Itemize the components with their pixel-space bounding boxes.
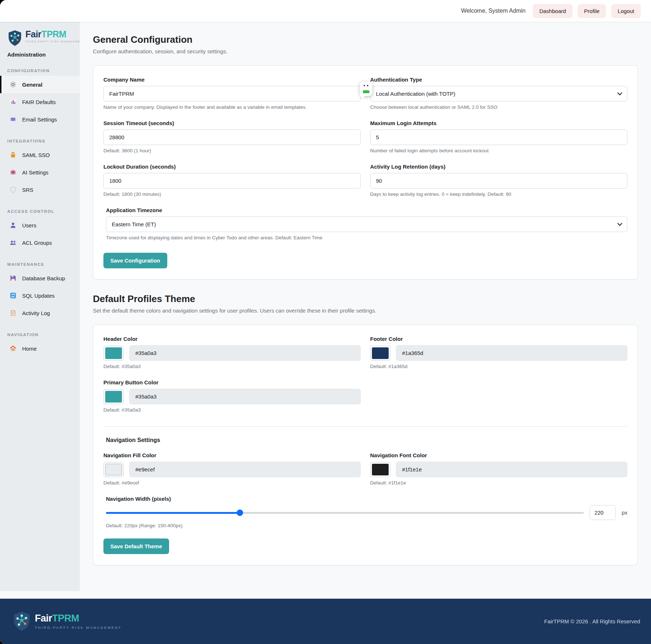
nav-fill-color-input[interactable] (129, 462, 361, 477)
sidebar-item-label: Users (22, 222, 36, 228)
sidebar-item-acl-groups[interactable]: ACL Groups (0, 234, 80, 251)
sidebar-item-activity-log[interactable]: Activity Log (0, 304, 80, 322)
save-config-row: Save Configuration (103, 251, 627, 268)
shield-outline-icon (9, 186, 17, 193)
save-default-theme-button[interactable]: Save Default Theme (103, 538, 169, 554)
sidebar-item-label: Home (22, 346, 37, 352)
sidebar-item-fair-defaults[interactable]: FAIR Defaults (0, 93, 80, 111)
field-help: Choose between local authentication or S… (370, 104, 627, 110)
field-help: Default: 1800 (30 minutes) (103, 191, 361, 197)
footer-color-input[interactable] (396, 345, 627, 361)
brand-shield-icon (7, 30, 22, 46)
timezone-select[interactable]: Eastern Time (ET) (106, 216, 627, 232)
section-label-navigation: NAVIGATION (0, 322, 80, 340)
sidebar-item-label: AI Settings (22, 169, 49, 176)
assistant-widget-icon[interactable] (360, 82, 372, 96)
brand-tagline: THIRD-PARTY RISK MANAGEMENT (25, 40, 85, 43)
field-auth-type: Authentication Type Local Authentication… (370, 77, 627, 110)
sidebar-item-label: SRS (22, 187, 33, 193)
logout-button[interactable]: Logout (611, 4, 641, 18)
field-label: Company Name (103, 77, 361, 83)
field-header-color: Header Color Default: #35a0a3 (103, 336, 361, 369)
nav-fill-color-swatch[interactable] (103, 462, 124, 477)
nav-font-color-swatch[interactable] (370, 462, 390, 477)
field-help: Default: #1f1e1e (370, 480, 627, 486)
field-lockout-duration: Lockout Duration (seconds) Default: 1800… (103, 164, 361, 197)
field-help: Days to keep activity log entries. 0 = k… (370, 191, 627, 197)
welcome-text: Welcome, System Admin (461, 8, 526, 14)
auth-type-select[interactable]: Local Authentication (with TOTP) (370, 86, 627, 102)
user-icon (9, 222, 17, 229)
sidebar-item-label: Email Settings (22, 116, 57, 123)
theme-subtitle: Set the default theme colors and navigat… (93, 307, 638, 314)
field-activity-log-retention: Activity Log Retention (days) Days to ke… (370, 164, 627, 197)
session-timeout-input[interactable] (103, 129, 361, 145)
sidebar-brand: FairTPRM THIRD-PARTY RISK MANAGEMENT Adm… (0, 22, 80, 58)
sidebar-item-srs[interactable]: SRS (0, 181, 80, 198)
section-label-integrations: INTEGRATIONS (0, 128, 80, 146)
max-login-attempts-input[interactable] (370, 129, 627, 145)
sidebar: FairTPRM THIRD-PARTY RISK MANAGEMENT Adm… (0, 22, 80, 591)
sidebar-item-label: ACL Groups (22, 240, 52, 246)
lockout-duration-input[interactable] (103, 173, 361, 189)
field-label: Navigation Fill Color (103, 452, 361, 458)
slider-thumb[interactable] (237, 509, 243, 516)
sidebar-item-email-settings[interactable]: Email Settings (0, 111, 80, 128)
nav-font-color-input[interactable] (396, 462, 627, 477)
field-help: Number of failed login attempts before a… (370, 148, 627, 153)
field-nav-font-color: Navigation Font Color Default: #1f1e1e (370, 452, 627, 486)
page-title: General Configuration (93, 34, 638, 45)
activity-log-retention-input[interactable] (370, 173, 627, 189)
field-nav-fill-color: Navigation Fill Color Default: #e9ecef (103, 452, 361, 486)
app-window: Welcome, System Admin Dashboard Profile … (0, 0, 651, 644)
sidebar-item-users[interactable]: Users (0, 216, 80, 234)
theme-card: Header Color Default: #35a0a3 Footer Col… (93, 325, 638, 565)
sidebar-item-general[interactable]: General (0, 76, 80, 93)
email-icon (9, 116, 17, 123)
section-label-maintenance: MAINTENANCE (0, 251, 80, 269)
field-footer-color: Footer Color Default: #1a365d (370, 336, 627, 369)
footer-color-swatch[interactable] (370, 346, 390, 361)
header-color-input[interactable] (129, 345, 361, 361)
footer-shield-icon (12, 611, 31, 632)
sidebar-item-ai-settings[interactable]: AI Settings (0, 164, 80, 181)
sidebar-item-database-backup[interactable]: Database Backup (0, 269, 80, 287)
dashboard-button[interactable]: Dashboard (533, 4, 572, 18)
users-icon (9, 239, 17, 246)
sidebar-item-sql-updates[interactable]: SQL Updates (0, 287, 80, 304)
field-help: Default: 3600 (1 hour) (103, 148, 361, 153)
home-icon (9, 345, 17, 352)
header-color-swatch[interactable] (103, 346, 124, 361)
field-help: Timezone used for displaying dates and t… (106, 235, 627, 240)
clipboard-icon (9, 309, 17, 317)
sidebar-item-home[interactable]: Home (0, 340, 80, 357)
theme-title: Default Profiles Theme (93, 293, 638, 305)
nav-width-number-input[interactable] (590, 505, 616, 520)
sidebar-item-label: Database Backup (22, 275, 65, 281)
footer-tagline: THIRD-PARTY RISK MANAGEMENT (35, 626, 122, 629)
field-timezone: Application Timezone Eastern Time (ET) T… (103, 207, 627, 240)
main-content: General Configuration Configure authenti… (80, 22, 651, 599)
primary-button-color-swatch[interactable] (103, 389, 124, 404)
field-help: Name of your company. Displayed in the f… (103, 104, 361, 110)
field-label: Maximum Login Attempts (370, 120, 627, 126)
sidebar-item-label: FAIR Defaults (22, 99, 56, 105)
company-name-input[interactable] (103, 86, 361, 102)
field-primary-button-color: Primary Button Color Default: #35a0a3 (103, 379, 361, 413)
field-label: Lockout Duration (seconds) (103, 164, 361, 170)
brand-name: FairTPRM (25, 30, 85, 39)
field-label: Footer Color (370, 336, 627, 342)
field-label: Header Color (103, 336, 361, 342)
field-session-timeout: Session Timeout (seconds) Default: 3600 … (103, 120, 361, 153)
profile-button[interactable]: Profile (578, 4, 606, 18)
sidebar-item-saml-sso[interactable]: SAML SSO (0, 146, 80, 164)
field-label: Primary Button Color (103, 379, 361, 385)
section-label-access-control: ACCESS CONTROL (0, 198, 80, 216)
field-company-name: Company Name Name of your company. Displ… (103, 77, 361, 110)
nav-width-slider[interactable] (106, 509, 584, 516)
save-configuration-button[interactable]: Save Configuration (103, 253, 167, 268)
sidebar-item-label: General (22, 82, 42, 88)
section-divider (103, 426, 627, 427)
primary-button-color-input[interactable] (129, 389, 361, 404)
field-label: Activity Log Retention (days) (370, 164, 627, 170)
